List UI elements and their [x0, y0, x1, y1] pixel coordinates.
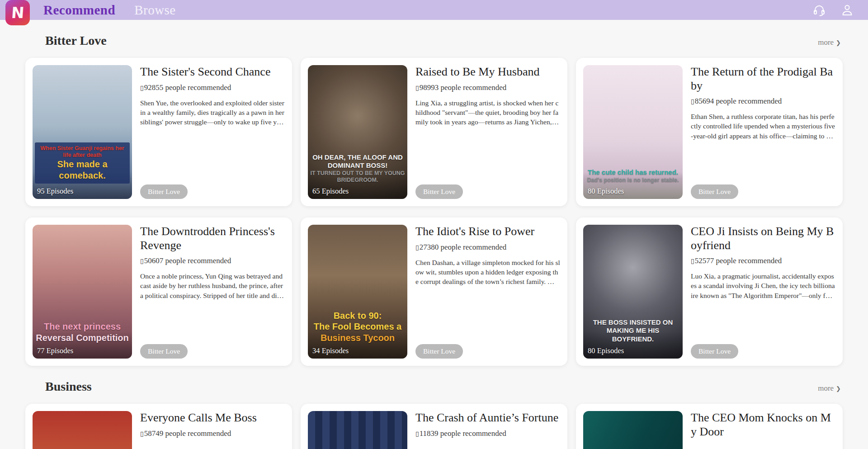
fire-icon: ▯ [415, 85, 419, 91]
drama-card[interactable]: THE BOSS INSISTED ON MAKING ME HIS BOYFR… [576, 217, 843, 366]
bitter-love-grid: When Sister Guanji regains her life afte… [25, 58, 843, 366]
headset-support-icon[interactable] [812, 3, 826, 17]
section-header-bitter-love: Bitter Love more❯ [25, 33, 843, 48]
poster-caption: THE BOSS INSISTED ON MAKING ME HIS BOYFR… [585, 318, 680, 343]
category-badge[interactable]: Bitter Love [691, 344, 738, 359]
fire-icon: ▯ [691, 258, 694, 265]
drama-description: Luo Xia, a pragmatic journalist, acciden… [691, 271, 835, 300]
category-badge[interactable]: Bitter Love [140, 184, 188, 199]
category-badge[interactable]: Bitter Love [691, 184, 738, 199]
drama-description: Chen Dashan, a village simpleton mocked … [415, 258, 560, 286]
drama-description: Ethan Shen, a ruthless corporate titan, … [691, 112, 835, 140]
drama-title: The Sister's Second Chance [140, 65, 285, 79]
drama-card[interactable]: Back to 90: The Fool Becomes a Business … [301, 217, 567, 366]
poster-image[interactable]: The next princess Reversal Competition 7… [33, 225, 132, 359]
user-profile-icon[interactable] [840, 3, 854, 17]
drama-title: The Return of the Prodigal Baby [691, 65, 835, 93]
section-header-business: Business more❯ [25, 379, 843, 394]
drama-card[interactable]: When Sister Guanji regains her life afte… [25, 58, 292, 206]
drama-description: Shen Yue, the overlooked and exploited o… [140, 98, 285, 127]
poster-caption: When Sister Guanji regains her life afte… [35, 142, 130, 184]
fire-icon: ▯ [691, 98, 694, 105]
category-badge[interactable]: Bitter Love [415, 344, 463, 359]
drama-title: The Crash of Auntie’s Fortune [415, 411, 560, 425]
episode-count: 80 Episodes [588, 346, 624, 355]
drama-title: CEO Ji Insists on Being My Boyfriend [691, 225, 835, 252]
poster-image[interactable] [308, 411, 407, 449]
section-title: Business [45, 379, 92, 394]
top-navbar: N Recommend Browse [0, 0, 868, 20]
poster-image[interactable]: THE BOSS INSISTED ON MAKING ME HIS BOYFR… [583, 225, 683, 359]
recommend-count: ▯50607 people recommended [140, 256, 285, 265]
recommend-count: ▯52577 people recommended [691, 256, 835, 265]
episode-count: 65 Episodes [312, 187, 349, 196]
drama-title: The Idiot's Rise to Power [415, 225, 560, 239]
poster-image[interactable] [33, 411, 132, 449]
drama-card[interactable]: The CEO Mom Knocks on My Door [576, 404, 843, 449]
episode-count: 77 Episodes [37, 346, 73, 355]
drama-card[interactable]: The next princess Reversal Competition 7… [25, 217, 292, 366]
fire-icon: ▯ [415, 244, 419, 251]
drama-card[interactable]: The Crash of Auntie’s Fortune ▯11839 peo… [301, 404, 567, 449]
drama-description: Ling Xia, a struggling artist, is shocke… [415, 98, 560, 127]
fire-icon: ▯ [415, 430, 419, 437]
fire-icon: ▯ [140, 85, 144, 91]
logo-letter: N [10, 4, 24, 22]
poster-image[interactable] [583, 411, 683, 449]
recommend-count: ▯58749 people recommended [140, 429, 285, 438]
poster-caption: The cute child has returned. Dad's posit… [585, 168, 680, 184]
poster-image[interactable]: When Sister Guanji regains her life afte… [33, 65, 132, 199]
more-link[interactable]: more❯ [818, 384, 841, 393]
recommend-count: ▯85694 people recommended [691, 97, 835, 106]
tab-recommend[interactable]: Recommend [43, 3, 115, 18]
drama-card[interactable]: OH DEAR, THE ALOOF AND DOMINANT BOSS! IT… [301, 58, 567, 206]
fire-icon: ▯ [140, 430, 144, 437]
drama-description: Once a noble princess, Yun Qing was betr… [140, 271, 285, 300]
poster-caption: The next princess Reversal Competition [35, 321, 130, 343]
drama-card[interactable]: Everyone Calls Me Boss ▯58749 people rec… [25, 404, 292, 449]
poster-caption: OH DEAR, THE ALOOF AND DOMINANT BOSS! IT… [310, 153, 405, 184]
business-grid: Everyone Calls Me Boss ▯58749 people rec… [25, 404, 843, 449]
main-content: Bitter Love more❯ When Sister Guanji reg… [0, 33, 868, 449]
poster-image[interactable]: The cute child has returned. Dad's posit… [583, 65, 683, 199]
recommend-count: ▯27380 people recommended [415, 243, 560, 252]
fire-icon: ▯ [140, 258, 144, 265]
drama-title: The CEO Mom Knocks on My Door [691, 411, 835, 439]
episode-count: 95 Episodes [37, 187, 73, 196]
poster-caption: Back to 90: The Fool Becomes a Business … [310, 310, 405, 343]
poster-image[interactable]: Back to 90: The Fool Becomes a Business … [308, 225, 407, 359]
recommend-count: ▯92855 people recommended [140, 83, 285, 92]
drama-title: Everyone Calls Me Boss [140, 411, 285, 425]
more-link[interactable]: more❯ [818, 38, 841, 47]
episode-count: 80 Episodes [588, 187, 624, 196]
chevron-right-icon: ❯ [836, 39, 841, 46]
recommend-count: ▯11839 people recommended [415, 429, 560, 438]
chevron-right-icon: ❯ [836, 385, 841, 392]
episode-count: 34 Episodes [312, 346, 349, 355]
category-badge[interactable]: Bitter Love [415, 184, 463, 199]
drama-title: Raised to Be My Husband [415, 65, 560, 79]
category-badge[interactable]: Bitter Love [140, 344, 188, 359]
section-title: Bitter Love [45, 33, 107, 48]
drama-card[interactable]: The cute child has returned. Dad's posit… [576, 58, 843, 206]
app-logo[interactable]: N [5, 0, 30, 25]
recommend-count: ▯98993 people recommended [415, 83, 560, 92]
tab-browse[interactable]: Browse [134, 3, 176, 18]
poster-image[interactable]: OH DEAR, THE ALOOF AND DOMINANT BOSS! IT… [308, 65, 407, 199]
drama-title: The Downtrodden Princess's Revenge [140, 225, 285, 252]
